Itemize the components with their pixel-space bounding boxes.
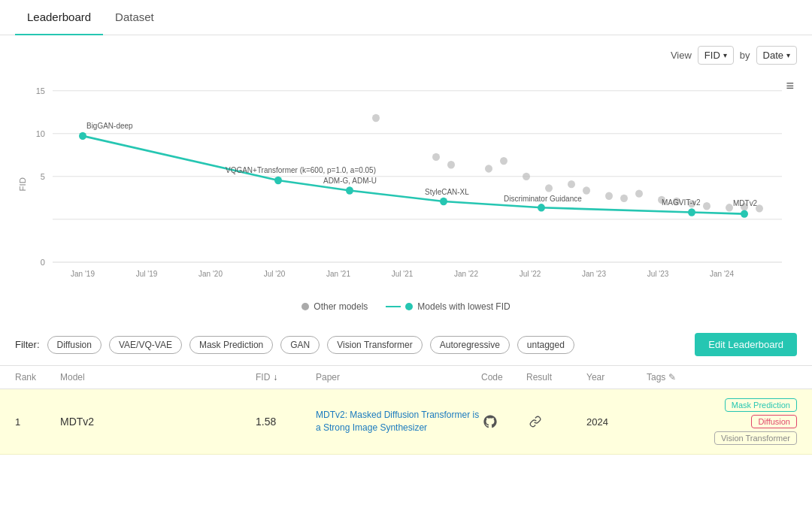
col-fid[interactable]: FID ↓ (256, 372, 316, 383)
filter-tag-autoregressive[interactable]: Autoregressive (430, 336, 510, 354)
col-rank: Rank (15, 372, 60, 383)
svg-point-42 (346, 186, 353, 194)
sort-desc-icon: ↓ (273, 372, 277, 383)
svg-point-28 (568, 180, 575, 188)
svg-text:Jul '19: Jul '19 (136, 269, 158, 277)
filter-tag-maskprediction[interactable]: Mask Prediction (189, 336, 273, 354)
metric-select[interactable]: FID ▾ (698, 46, 734, 65)
tab-dataset[interactable]: Dataset (103, 0, 166, 35)
col-result: Result (526, 372, 586, 383)
svg-text:Jan '20: Jan '20 (198, 269, 223, 277)
svg-text:15: 15 (36, 86, 45, 95)
svg-point-29 (583, 186, 590, 194)
svg-text:ADM-G, ADM-U: ADM-G, ADM-U (323, 177, 377, 185)
row-result-link-icon[interactable] (526, 413, 544, 431)
col-tags: Tags ✎ (647, 372, 797, 383)
legend-teal-dot (405, 303, 413, 310)
legend-lowest-fid: Models with lowest FID (386, 301, 510, 312)
row-tags: Mask Prediction Diffusion Vision Transfo… (647, 398, 797, 445)
filter-tag-untagged[interactable]: untagged (517, 336, 574, 354)
legend-other-dot (301, 303, 309, 310)
svg-point-41 (274, 177, 282, 184)
svg-point-44 (538, 204, 545, 211)
svg-point-46 (741, 210, 748, 217)
svg-point-37 (726, 204, 733, 211)
legend-teal-line (386, 306, 401, 307)
svg-point-26 (523, 173, 530, 180)
svg-point-32 (635, 189, 643, 197)
tag-diffusion[interactable]: Diffusion (751, 415, 797, 428)
col-paper: Paper (316, 372, 481, 383)
chart-area: ≡ 15 10 5 0 FID Jan '19 Jul '19 Jan '20 … (0, 75, 812, 295)
metric-value: FID (704, 50, 720, 61)
svg-text:Jul '22: Jul '22 (520, 269, 541, 277)
svg-point-30 (605, 192, 613, 200)
svg-point-21 (372, 114, 380, 122)
svg-point-27 (545, 184, 553, 192)
svg-text:MDTv2: MDTv2 (733, 199, 758, 207)
svg-point-36 (703, 202, 710, 210)
legend-other-label: Other models (314, 301, 368, 312)
page: Leaderboard Dataset View FID ▾ by Date ▾… (0, 0, 812, 508)
row-paper-link[interactable]: MDTv2: Masked Diffusion Transformer is a… (316, 409, 481, 434)
sort-chevron-icon: ▾ (786, 51, 790, 59)
svg-text:Jan '22: Jan '22 (454, 269, 478, 277)
col-year: Year (586, 372, 647, 383)
svg-text:Discriminator Guidance: Discriminator Guidance (504, 195, 582, 203)
svg-text:FID: FID (18, 177, 27, 191)
svg-point-22 (432, 153, 440, 161)
filter-tag-visiontransformer[interactable]: Vision Transformer (327, 336, 422, 354)
metric-chevron-icon: ▾ (723, 51, 727, 59)
svg-text:Jan '21: Jan '21 (326, 269, 350, 277)
edit-leaderboard-button[interactable]: Edit Leaderboard (695, 333, 797, 356)
view-label: View (671, 50, 692, 61)
tag-vision-transformer[interactable]: Vision Transformer (714, 431, 797, 445)
svg-point-31 (620, 195, 628, 202)
svg-text:0: 0 (41, 258, 45, 267)
svg-point-24 (485, 165, 492, 172)
chart-legend: Other models Models with lowest FID (0, 295, 812, 324)
svg-point-45 (688, 208, 695, 216)
svg-text:10: 10 (36, 129, 45, 138)
table-row: 1 MDTv2 1.58 MDTv2: Masked Diffusion Tra… (0, 389, 812, 455)
sort-select[interactable]: Date ▾ (756, 46, 797, 65)
row-model: MDTv2 (60, 416, 256, 428)
row-code-github-icon[interactable] (481, 413, 499, 431)
view-controls: View FID ▾ by Date ▾ (0, 35, 812, 75)
tab-leaderboard[interactable]: Leaderboard (15, 0, 103, 35)
table-header: Rank Model FID ↓ Paper Code Result Year … (0, 365, 812, 389)
by-label: by (740, 50, 750, 61)
filter-tag-diffusion[interactable]: Diffusion (47, 336, 102, 354)
svg-text:Jul '23: Jul '23 (647, 269, 669, 277)
svg-text:StyleCAN-XL: StyleCAN-XL (425, 188, 469, 196)
svg-point-23 (447, 161, 455, 168)
svg-text:5: 5 (41, 172, 45, 181)
col-model: Model (60, 372, 256, 383)
svg-text:BigGAN-deep: BigGAN-deep (86, 121, 133, 129)
svg-text:Jan '23: Jan '23 (582, 269, 606, 277)
filter-tag-gan[interactable]: GAN (280, 336, 320, 354)
svg-text:Jan '24: Jan '24 (710, 269, 734, 277)
svg-point-40 (79, 132, 86, 140)
svg-point-25 (500, 157, 508, 165)
svg-text:Jul '20: Jul '20 (264, 269, 286, 277)
fid-chart: 15 10 5 0 FID Jan '19 Jul '19 Jan '20 Ju… (15, 75, 797, 286)
row-rank: 1 (15, 416, 60, 428)
svg-text:VQGAN+Transformer (k=600, p=1.: VQGAN+Transformer (k=600, p=1.0, a=0.05) (226, 165, 376, 174)
filter-bar: Filter: Diffusion VAE/VQ-VAE Mask Predic… (0, 324, 812, 365)
svg-text:Jul '21: Jul '21 (392, 269, 414, 277)
row-year: 2024 (586, 416, 647, 428)
svg-point-43 (440, 198, 447, 205)
svg-text:MAGVIT-v2: MAGVIT-v2 (662, 198, 701, 207)
legend-lowest-label: Models with lowest FID (417, 301, 510, 312)
row-fid: 1.58 (256, 416, 316, 428)
sort-value: Date (763, 50, 783, 61)
tabs-bar: Leaderboard Dataset (0, 0, 812, 35)
filter-tag-vaevqvae[interactable]: VAE/VQ-VAE (109, 336, 182, 354)
tag-mask-prediction[interactable]: Mask Prediction (725, 398, 797, 412)
svg-text:Jan '19: Jan '19 (71, 269, 95, 277)
legend-other-models: Other models (301, 301, 368, 312)
filter-label: Filter: (15, 339, 40, 350)
col-code: Code (481, 372, 526, 383)
chart-menu-icon[interactable]: ≡ (786, 78, 794, 94)
